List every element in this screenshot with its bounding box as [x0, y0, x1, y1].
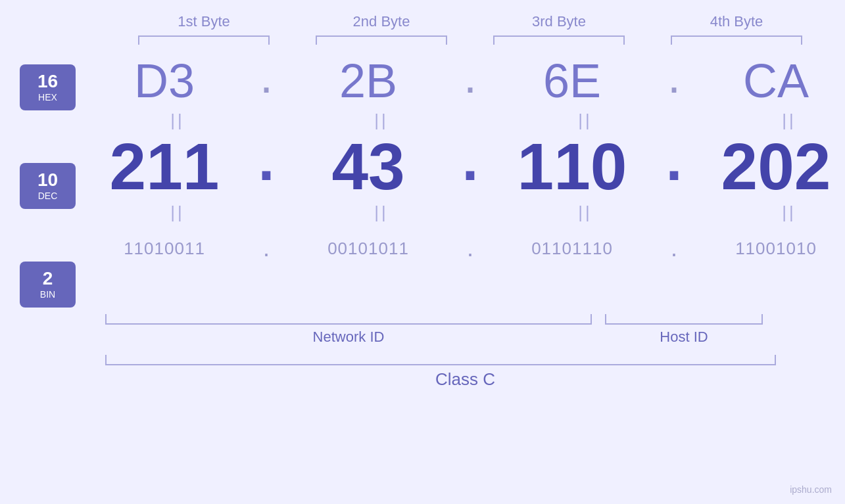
equal-2: ||: [293, 110, 470, 131]
byte4-label: 4th Byte: [710, 13, 763, 30]
dec-badge: 10 DEC: [20, 163, 76, 209]
dec-val-2: 43: [279, 129, 457, 204]
dot-bin-1: .: [253, 235, 279, 262]
host-bracket: [605, 314, 763, 325]
dec-number: 10: [37, 171, 58, 189]
dot-hex-2: .: [457, 49, 483, 103]
row-equal-dec-bin: || || || ||: [76, 202, 845, 222]
equal2-1: ||: [89, 202, 266, 223]
dec-val-1: 211: [76, 129, 253, 204]
dot-dec-1: .: [253, 126, 279, 194]
dot-bin-2: .: [457, 235, 483, 262]
byte2-label: 2nd Byte: [353, 13, 410, 30]
hex-badge: 16 HEX: [20, 64, 76, 110]
equal-4: ||: [700, 110, 845, 131]
byte1-bracket-top: [138, 35, 270, 45]
data-col: D3 . 2B . 6E . CA || || || || 211: [76, 51, 845, 275]
dec-label-text: DEC: [38, 191, 58, 201]
equal-1: ||: [89, 110, 266, 131]
byte2-col-header: 2nd Byte: [293, 13, 470, 45]
byte1-label: 1st Byte: [178, 13, 229, 30]
bin-val-2: 00101011: [279, 239, 457, 259]
byte3-label: 3rd Byte: [532, 13, 586, 30]
equal2-3: ||: [496, 202, 674, 223]
bin-val-3: 01101110: [483, 239, 661, 259]
row-bin: 11010011 . 00101011 . 01101110 . 1100101…: [76, 222, 845, 275]
hex-val-2: 2B: [279, 54, 457, 108]
equal-3: ||: [496, 110, 674, 131]
host-bracket-container: Host ID: [605, 314, 763, 346]
dot-dec-2: .: [457, 126, 483, 194]
byte-headers: 1st Byte 2nd Byte 3rd Byte 4th Byte: [20, 13, 825, 45]
row-hex: D3 . 2B . 6E . CA: [76, 51, 845, 110]
byte3-col-header: 3rd Byte: [470, 13, 648, 45]
dot-bin-3: .: [661, 235, 687, 262]
byte4-col-header: 4th Byte: [648, 13, 825, 45]
bin-label-text: BIN: [40, 289, 55, 300]
equal2-2: ||: [293, 202, 470, 223]
dot-hex-3: .: [661, 49, 687, 103]
network-bracket: [105, 314, 592, 325]
bin-number: 2: [43, 269, 53, 288]
hex-number: 16: [37, 72, 58, 91]
class-bracket: [105, 355, 776, 365]
dec-val-4: 202: [687, 129, 845, 204]
content-area: 16 HEX 10 DEC 2 BIN D3 . 2B . 6E . CA: [20, 51, 825, 308]
main-container: 1st Byte 2nd Byte 3rd Byte 4th Byte 16 H…: [0, 0, 845, 504]
bottom-area: Network ID Host ID Class C: [20, 314, 825, 390]
byte3-bracket-top: [493, 35, 625, 45]
dot-dec-3: .: [661, 126, 687, 194]
hex-val-3: 6E: [483, 54, 661, 108]
hex-label-text: HEX: [38, 92, 57, 103]
hex-val-4: CA: [687, 54, 845, 108]
equal2-4: ||: [700, 202, 845, 223]
host-id-label: Host ID: [660, 329, 708, 346]
dot-hex-1: .: [253, 49, 279, 103]
dec-val-3: 110: [483, 129, 661, 204]
label-col: 16 HEX 10 DEC 2 BIN: [20, 51, 76, 308]
watermark: ipshu.com: [790, 484, 832, 495]
byte1-col-header: 1st Byte: [115, 13, 293, 45]
class-label: Class C: [105, 369, 825, 390]
bracket-labels-row: Network ID Host ID: [105, 314, 825, 346]
byte4-bracket-top: [671, 35, 802, 45]
class-bracket-row: Class C: [105, 355, 825, 390]
hex-val-1: D3: [76, 54, 253, 108]
bin-val-1: 11010011: [76, 239, 253, 259]
bin-val-4: 11001010: [687, 239, 845, 259]
bin-badge: 2 BIN: [20, 262, 76, 308]
row-dec: 211 . 43 . 110 . 202: [76, 130, 845, 202]
byte2-bracket-top: [316, 35, 447, 45]
network-id-label: Network ID: [313, 329, 385, 346]
network-bracket-container: Network ID: [105, 314, 592, 346]
